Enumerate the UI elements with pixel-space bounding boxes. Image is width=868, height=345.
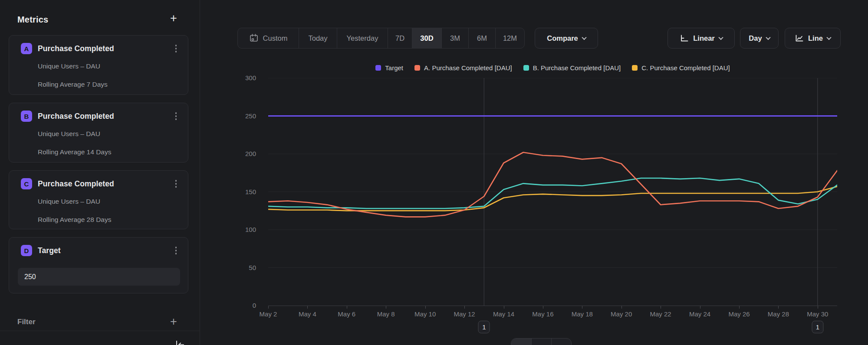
axis-tick	[700, 306, 700, 309]
scale-dropdown-button[interactable]: Linear	[667, 28, 735, 49]
legend-swatch	[523, 65, 529, 71]
axis-tick	[818, 306, 818, 309]
chart-type-dropdown-button[interactable]: Line	[785, 28, 841, 49]
metric-badge: B	[21, 111, 32, 122]
x-axis-label: May 12	[454, 310, 475, 318]
add-filter-button[interactable]: +	[168, 316, 180, 328]
axis-tick	[268, 306, 269, 309]
y-axis-label: 200	[230, 150, 256, 157]
y-axis-label: 50	[230, 264, 256, 271]
calendar-icon	[249, 33, 259, 43]
metric-rolling: Rolling Average 14 Days	[38, 148, 179, 156]
series-line	[268, 186, 837, 211]
x-axis-label: May 28	[768, 310, 789, 318]
axis-tick	[778, 306, 779, 309]
range-7d[interactable]: 7D	[388, 28, 412, 48]
y-axis-label: 100	[230, 226, 256, 233]
x-axis-label: May 20	[611, 310, 632, 318]
chevron-down-icon	[826, 35, 831, 40]
chart-view-icon[interactable]	[511, 338, 531, 345]
x-axis-label: May 14	[493, 310, 514, 318]
axis-tick	[739, 306, 740, 309]
range-30d[interactable]: 30D	[412, 28, 441, 48]
x-axis-label: May 18	[572, 310, 593, 318]
range-12m[interactable]: 12M	[495, 28, 524, 48]
sidebar-title: Metrics	[17, 15, 48, 25]
metric-rolling: Rolling Average 7 Days	[38, 81, 179, 88]
legend-item[interactable]: Target	[375, 64, 403, 72]
collapse-left-icon[interactable]	[174, 339, 185, 345]
filter-section-title: Filter	[17, 318, 36, 326]
chevron-down-icon	[718, 35, 723, 40]
x-axis-label: May 10	[414, 310, 436, 318]
target-card[interactable]: D Target	[9, 237, 188, 293]
annotation-chip[interactable]: 1	[478, 321, 490, 333]
compare-button[interactable]: Compare	[535, 28, 598, 49]
x-axis-label: May 26	[728, 310, 750, 318]
x-axis-label: May 24	[689, 310, 710, 318]
x-axis-ticks	[268, 306, 837, 309]
metric-card-a[interactable]: A Purchase Completed Unique Users – DAU …	[9, 35, 188, 95]
chevron-down-icon	[582, 35, 586, 40]
x-axis-label: May 22	[650, 310, 671, 318]
range-3m[interactable]: 3M	[441, 28, 468, 48]
legend-label: C. Purchase Completed [DAU]	[641, 64, 730, 72]
x-axis-label: May 2	[260, 310, 277, 318]
y-axis-label: 300	[230, 74, 256, 81]
target-value-input[interactable]	[18, 268, 180, 286]
legend-item[interactable]: A. Purchase Completed [DAU]	[414, 64, 512, 72]
metric-title: Purchase Completed	[38, 112, 114, 121]
metric-card-b[interactable]: B Purchase Completed Unique Users – DAU …	[9, 103, 188, 163]
x-axis-label: May 16	[532, 310, 553, 318]
metric-measure: Unique Users – DAU	[38, 198, 179, 205]
y-axis-label: 250	[230, 112, 256, 120]
metric-card-c[interactable]: C Purchase Completed Unique Users – DAU …	[9, 170, 188, 229]
legend-item[interactable]: B. Purchase Completed [DAU]	[523, 64, 621, 72]
axis-tick	[582, 306, 582, 309]
kebab-menu-icon[interactable]	[174, 43, 179, 54]
chevron-down-icon	[766, 35, 770, 40]
legend-swatch	[632, 65, 638, 71]
axis-tick	[307, 306, 308, 309]
range-6m[interactable]: 6M	[468, 28, 495, 48]
axis-tick	[425, 306, 426, 309]
axis-tick	[347, 306, 347, 309]
add-metric-button[interactable]: +	[168, 12, 180, 24]
metric-badge: C	[21, 178, 32, 189]
legend-item[interactable]: C. Purchase Completed [DAU]	[632, 64, 730, 72]
x-axis-labels: May 2May 4May 6May 8May 10May 12May 14Ma…	[268, 310, 837, 319]
metric-title: Purchase Completed	[38, 179, 114, 189]
legend-swatch	[414, 65, 420, 71]
annotation-chip[interactable]: 1	[812, 321, 823, 333]
card-view-icon[interactable]	[551, 338, 571, 345]
metric-badge: D	[21, 245, 32, 256]
kebab-menu-icon[interactable]	[174, 178, 179, 189]
axis-tick	[464, 306, 465, 309]
axis-tick	[543, 306, 543, 309]
axis-tick	[504, 306, 504, 309]
metric-rolling: Rolling Average 28 Days	[38, 216, 179, 224]
sidebar-divider	[0, 331, 200, 331]
kebab-menu-icon[interactable]	[174, 245, 179, 256]
table-view-icon[interactable]	[531, 338, 551, 345]
chart-canvas[interactable]	[268, 78, 837, 306]
axis-tick	[661, 306, 661, 309]
kebab-menu-icon[interactable]	[174, 111, 179, 122]
plus-icon: +	[170, 13, 177, 24]
interval-dropdown-button[interactable]: Day	[740, 28, 779, 49]
metric-title: Purchase Completed	[38, 44, 114, 53]
range-custom[interactable]: Custom	[238, 28, 299, 48]
y-axis-labels: 050100150200250300	[229, 78, 262, 306]
legend-label: A. Purchase Completed [DAU]	[424, 64, 512, 72]
axis-tick	[621, 306, 622, 309]
y-axis-label: 150	[230, 188, 256, 195]
annotation-chips: 11	[268, 321, 837, 334]
x-axis-label: May 8	[377, 310, 395, 318]
target-title: Target	[38, 246, 61, 255]
view-toggle-group	[511, 338, 572, 345]
range-yesterday[interactable]: Yesterday	[337, 28, 388, 48]
axis-linear-icon	[680, 34, 689, 42]
axis-tick	[386, 306, 386, 309]
x-axis-label: May 6	[338, 310, 355, 318]
range-today[interactable]: Today	[299, 28, 337, 48]
